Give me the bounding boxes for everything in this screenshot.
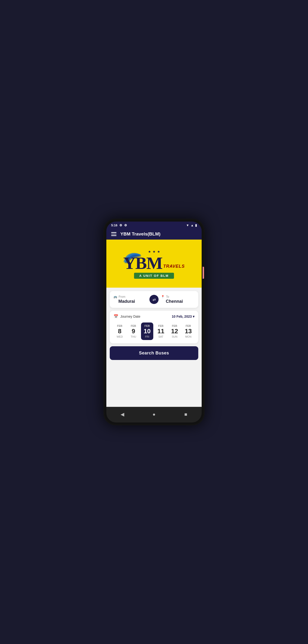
to-value[interactable]: Chennai <box>161 299 194 304</box>
logo-stars: ★ ★ ★ <box>148 250 160 254</box>
bus-icon: 🚌 <box>114 295 117 298</box>
star-2: ★ <box>152 250 156 254</box>
from-value[interactable]: Madurai <box>114 299 147 304</box>
settings-icon-1: ⚙ <box>119 224 122 227</box>
selected-date-display[interactable]: 10 Feb, 2023 ▾ <box>172 314 194 318</box>
date-month-1: FEB <box>131 324 136 327</box>
date-weekday-2: FRI <box>145 335 149 338</box>
date-day-4: 12 <box>171 328 178 335</box>
top-bar: YBM Travels(BLM) <box>106 228 202 240</box>
phone-screen: 5:16 ⚙ ⚙ ▼ ▲ ▮ YBM Travels(BLM) ★ ★ <box>106 222 202 422</box>
date-item-8[interactable]: FEB 8 WED <box>114 322 126 340</box>
star-3: ★ <box>157 250 160 254</box>
date-card: 📅 Journey Date 10 Feb, 2023 ▾ FEB 8 WED … <box>110 311 198 344</box>
time-display: 5:16 <box>111 224 117 227</box>
date-day-0: 8 <box>118 328 121 335</box>
date-day-3: 11 <box>157 328 164 335</box>
date-scroll: FEB 8 WED FEB 9 THU FEB 10 FRI FEB 11 SA… <box>114 322 194 340</box>
battery-icon: ▮ <box>195 224 197 227</box>
date-day-2: 10 <box>144 328 151 335</box>
banner-area: ★ ★ ★ YBM TRAVELS A UNIT OF B <box>106 240 202 288</box>
date-weekday-0: WED <box>117 335 123 338</box>
chevron-down-icon: ▾ <box>193 314 194 318</box>
date-month-0: FEB <box>117 324 122 327</box>
home-button[interactable]: ● <box>150 410 158 418</box>
date-month-3: FEB <box>158 324 164 327</box>
wifi-icon: ▼ <box>186 224 189 227</box>
blm-badge: A UNIT OF BLM <box>134 273 174 279</box>
to-section: 📍 To Chennai <box>161 295 194 304</box>
date-item-10[interactable]: FEB 10 FRI <box>141 322 153 340</box>
settings-icon-2: ⚙ <box>124 224 127 227</box>
date-month-2: FEB <box>145 324 150 327</box>
route-card: 🚌 From Madurai ⇄ 📍 To Chennai <box>110 291 198 308</box>
ybm-logo-text: YBM <box>123 254 162 273</box>
date-header: 📅 Journey Date 10 Feb, 2023 ▾ <box>114 314 194 319</box>
date-weekday-1: THU <box>131 335 136 338</box>
calendar-icon: 📅 <box>114 314 118 319</box>
content-area: 🚌 From Madurai ⇄ 📍 To Chennai <box>106 288 202 407</box>
date-weekday-5: MON <box>185 335 192 338</box>
date-item-11[interactable]: FEB 11 SAT <box>155 322 167 340</box>
selected-date-text: 10 Feb, 2023 <box>172 314 192 318</box>
signal-icon: ▲ <box>191 224 194 227</box>
date-item-9[interactable]: FEB 9 THU <box>127 322 139 340</box>
date-weekday-3: SAT <box>158 335 163 338</box>
logo-area: ★ ★ ★ YBM TRAVELS A UNIT OF B <box>123 250 185 279</box>
date-month-4: FEB <box>172 324 177 327</box>
search-buses-button[interactable]: Search Buses <box>110 346 198 360</box>
swap-button[interactable]: ⇄ <box>149 295 159 304</box>
app-title: YBM Travels(BLM) <box>120 232 161 237</box>
status-bar: 5:16 ⚙ ⚙ ▼ ▲ ▮ <box>106 222 202 228</box>
star-1: ★ <box>148 250 151 254</box>
bottom-navigation: ◀ ● ■ <box>106 407 202 422</box>
date-item-12[interactable]: FEB 12 SUN <box>169 322 181 340</box>
date-day-1: 9 <box>132 328 135 335</box>
date-month-5: FEB <box>186 324 191 327</box>
recent-apps-button[interactable]: ■ <box>182 410 190 418</box>
pin-icon: 📍 <box>161 295 165 298</box>
to-label: To <box>166 295 169 298</box>
side-button <box>203 267 204 279</box>
from-label: From <box>119 295 125 298</box>
menu-button[interactable] <box>111 232 116 236</box>
travels-suffix: TRAVELS <box>163 264 185 269</box>
swap-icon: ⇄ <box>152 297 156 302</box>
date-item-13[interactable]: FEB 13 MON <box>182 322 194 340</box>
date-weekday-4: SUN <box>172 335 177 338</box>
date-day-5: 13 <box>185 328 192 335</box>
from-section: 🚌 From Madurai <box>114 295 147 304</box>
back-button[interactable]: ◀ <box>118 410 126 418</box>
journey-date-label: Journey Date <box>120 314 140 318</box>
